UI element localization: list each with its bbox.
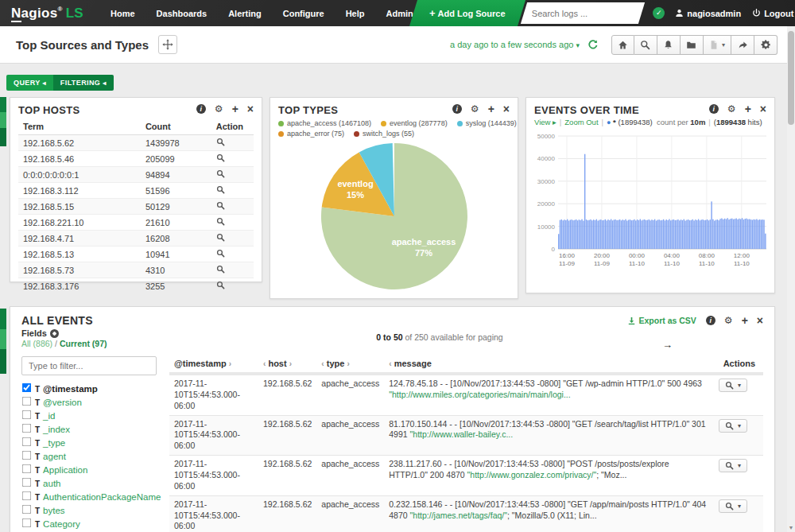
fields-all-link[interactable]: All (886) <box>21 339 52 348</box>
bar[interactable] <box>730 219 731 249</box>
field-filter-input[interactable] <box>21 356 157 375</box>
bar[interactable] <box>705 220 706 249</box>
bar[interactable] <box>641 220 642 249</box>
bar[interactable] <box>606 220 607 249</box>
bar[interactable] <box>719 219 720 249</box>
bar[interactable] <box>596 219 597 249</box>
bar[interactable] <box>679 220 680 249</box>
bar[interactable] <box>565 220 566 249</box>
field-checkbox[interactable] <box>22 397 32 406</box>
bar[interactable] <box>605 219 606 249</box>
event-row[interactable]: 2017-11-10T15:44:53.000-06:00192.168.5.6… <box>169 374 763 415</box>
logout-button[interactable]: Logout <box>752 9 793 18</box>
move-column-right-icon[interactable]: › <box>347 359 349 368</box>
field-name[interactable]: @timestamp <box>43 384 98 394</box>
bar[interactable] <box>670 220 671 249</box>
bar[interactable] <box>603 220 604 249</box>
series-toggle-icon[interactable]: ● <box>607 118 611 126</box>
field-name[interactable]: agent <box>43 452 66 461</box>
panel-info-icon[interactable]: i <box>706 316 716 325</box>
bar[interactable] <box>700 220 700 249</box>
collapsed-panel-tab-bottom[interactable] <box>0 309 6 374</box>
bar[interactable] <box>682 220 683 249</box>
bar[interactable] <box>656 221 657 250</box>
bar[interactable] <box>761 219 762 249</box>
field-name[interactable]: _type <box>43 438 65 448</box>
query-button[interactable]: QUERY ◂ <box>6 75 53 91</box>
panel-add-icon[interactable]: + <box>232 104 238 114</box>
bar[interactable] <box>752 220 753 249</box>
panel-close-icon[interactable]: × <box>757 316 763 325</box>
bar[interactable] <box>726 219 727 249</box>
bar[interactable] <box>696 220 697 249</box>
bar[interactable] <box>731 219 732 249</box>
legend-item-switch_logs[interactable]: switch_logs (55) <box>354 129 414 139</box>
bar[interactable] <box>719 220 719 249</box>
legend-item-eventlog[interactable]: eventlog (287778) <box>381 118 448 129</box>
bar[interactable] <box>644 219 645 249</box>
event-actions-button[interactable]: ▾ <box>719 379 747 392</box>
bar[interactable] <box>763 219 764 249</box>
field-name[interactable]: Application <box>43 465 87 475</box>
bar[interactable] <box>625 219 626 249</box>
field-checkbox[interactable] <box>22 451 32 460</box>
bar[interactable] <box>586 219 587 249</box>
bar[interactable] <box>737 219 738 249</box>
event-actions-button[interactable]: ▾ <box>719 499 747 513</box>
bar[interactable] <box>765 234 766 249</box>
events-bar-chart[interactable]: 0100002000030000400005000016:0011-0920:0… <box>534 130 770 271</box>
panel-settings-icon[interactable]: ⚙ <box>471 104 479 114</box>
bar[interactable] <box>570 220 571 249</box>
refresh-icon[interactable] <box>588 39 599 50</box>
user-menu[interactable]: nagiosadmin <box>675 9 741 18</box>
field-checkbox[interactable] <box>22 383 32 393</box>
move-column-left-icon[interactable]: ‹ <box>389 359 391 368</box>
panel-add-icon[interactable]: + <box>745 104 751 114</box>
bar[interactable] <box>740 219 741 249</box>
bar[interactable] <box>577 220 578 249</box>
fields-toggle-icon[interactable] <box>50 329 59 338</box>
bar[interactable] <box>635 220 636 249</box>
bar[interactable] <box>673 219 674 249</box>
column-header-type[interactable]: ‹ type › <box>316 356 384 374</box>
nav-item-configure[interactable]: Configure <box>283 9 324 18</box>
bar[interactable] <box>684 219 684 249</box>
bar[interactable] <box>698 219 699 249</box>
legend-item-syslog[interactable]: syslog (144439) <box>457 118 517 129</box>
field-name[interactable]: Category <box>43 519 80 529</box>
bar[interactable] <box>689 220 690 249</box>
bar[interactable] <box>712 219 713 249</box>
time-range-selector[interactable]: a day ago to a few seconds ago ▾ <box>450 40 580 49</box>
bar[interactable] <box>637 219 638 249</box>
panel-close-icon[interactable]: × <box>503 104 510 114</box>
bar[interactable] <box>759 219 760 249</box>
bar[interactable] <box>626 221 627 250</box>
alerts-button[interactable] <box>657 35 681 55</box>
bar[interactable] <box>647 220 648 249</box>
bar[interactable] <box>619 219 620 249</box>
host-search-action[interactable] <box>216 153 225 162</box>
nav-item-admin[interactable]: Admin <box>386 9 413 18</box>
panel-close-icon[interactable]: × <box>247 104 254 114</box>
host-search-action[interactable] <box>216 249 225 258</box>
search-logs-input[interactable] <box>532 9 634 18</box>
vertical-scrollbar[interactable]: ▼ <box>787 26 795 532</box>
bar[interactable] <box>631 220 632 249</box>
bar[interactable] <box>579 219 580 249</box>
nav-item-help[interactable]: Help <box>346 9 365 18</box>
bar[interactable] <box>681 219 681 249</box>
column-header-term[interactable]: Term <box>18 119 141 135</box>
nav-item-home[interactable]: Home <box>111 9 135 18</box>
message-link[interactable]: "http://www.gonzalez.com/privacy/" <box>467 470 597 480</box>
bar[interactable] <box>721 219 722 249</box>
bar[interactable] <box>621 220 622 249</box>
panel-settings-icon[interactable]: ⚙ <box>215 104 223 114</box>
bar[interactable] <box>754 219 755 249</box>
field-checkbox[interactable] <box>22 518 32 528</box>
bar[interactable] <box>677 219 678 249</box>
bar[interactable] <box>711 201 712 249</box>
bar[interactable] <box>618 220 619 249</box>
field-checkbox[interactable] <box>22 491 32 501</box>
bar[interactable] <box>762 219 763 249</box>
scrollbar-thumb[interactable] <box>788 31 794 125</box>
